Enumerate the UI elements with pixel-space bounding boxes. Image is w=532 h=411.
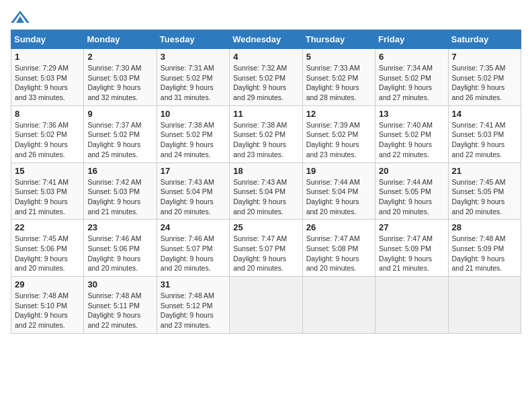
calendar-cell: 17Sunrise: 7:43 AM Sunset: 5:04 PM Dayli… (157, 163, 229, 220)
day-number: 25 (233, 222, 298, 232)
header-thursday: Thursday (302, 30, 375, 49)
day-info: Sunrise: 7:32 AM Sunset: 5:02 PM Dayligh… (233, 63, 298, 103)
calendar-cell: 30Sunrise: 7:48 AM Sunset: 5:11 PM Dayli… (84, 277, 157, 334)
header-sunday: Sunday (11, 30, 84, 49)
calendar-cell: 26Sunrise: 7:47 AM Sunset: 5:08 PM Dayli… (302, 220, 375, 277)
day-info: Sunrise: 7:47 AM Sunset: 5:07 PM Dayligh… (233, 234, 298, 273)
day-info: Sunrise: 7:36 AM Sunset: 5:02 PM Dayligh… (15, 120, 80, 160)
header-saturday: Saturday (448, 30, 521, 49)
day-number: 30 (87, 279, 152, 289)
day-info: Sunrise: 7:30 AM Sunset: 5:03 PM Dayligh… (87, 63, 152, 103)
day-number: 17 (161, 166, 226, 176)
calendar-cell: 5Sunrise: 7:33 AM Sunset: 5:02 PM Daylig… (302, 49, 375, 106)
calendar-cell: 13Sunrise: 7:40 AM Sunset: 5:02 PM Dayli… (375, 105, 448, 163)
header-wednesday: Wednesday (230, 30, 302, 49)
day-info: Sunrise: 7:43 AM Sunset: 5:04 PM Dayligh… (161, 177, 226, 217)
header-monday: Monday (84, 30, 157, 49)
day-info: Sunrise: 7:45 AM Sunset: 5:05 PM Dayligh… (452, 177, 517, 217)
day-info: Sunrise: 7:31 AM Sunset: 5:02 PM Dayligh… (161, 63, 226, 103)
day-info: Sunrise: 7:37 AM Sunset: 5:02 PM Dayligh… (87, 120, 152, 160)
day-info: Sunrise: 7:43 AM Sunset: 5:04 PM Dayligh… (233, 177, 298, 217)
day-info: Sunrise: 7:46 AM Sunset: 5:06 PM Dayligh… (87, 234, 152, 273)
day-info: Sunrise: 7:48 AM Sunset: 5:10 PM Dayligh… (15, 291, 80, 330)
day-info: Sunrise: 7:47 AM Sunset: 5:08 PM Dayligh… (306, 234, 371, 273)
day-number: 22 (15, 222, 80, 232)
header-friday: Friday (375, 30, 448, 49)
calendar-cell: 24Sunrise: 7:46 AM Sunset: 5:07 PM Dayli… (157, 220, 229, 277)
day-number: 21 (452, 166, 517, 176)
calendar-week-4: 22Sunrise: 7:45 AM Sunset: 5:06 PM Dayli… (11, 220, 521, 277)
page-header (11, 11, 521, 23)
calendar-cell: 23Sunrise: 7:46 AM Sunset: 5:06 PM Dayli… (84, 220, 157, 277)
calendar-cell: 20Sunrise: 7:44 AM Sunset: 5:05 PM Dayli… (375, 163, 448, 220)
day-number: 27 (379, 222, 444, 232)
day-info: Sunrise: 7:45 AM Sunset: 5:06 PM Dayligh… (15, 234, 80, 273)
day-number: 24 (161, 222, 226, 232)
calendar-cell: 22Sunrise: 7:45 AM Sunset: 5:06 PM Dayli… (11, 220, 84, 277)
day-number: 15 (15, 166, 80, 176)
day-number: 26 (306, 222, 371, 232)
day-number: 10 (161, 109, 226, 119)
calendar-cell: 7Sunrise: 7:35 AM Sunset: 5:02 PM Daylig… (448, 49, 521, 106)
logo (11, 11, 32, 23)
day-info: Sunrise: 7:46 AM Sunset: 5:07 PM Dayligh… (161, 234, 226, 273)
calendar-cell: 27Sunrise: 7:47 AM Sunset: 5:09 PM Dayli… (375, 220, 448, 277)
calendar-cell: 9Sunrise: 7:37 AM Sunset: 5:02 PM Daylig… (84, 105, 157, 163)
day-info: Sunrise: 7:48 AM Sunset: 5:11 PM Dayligh… (87, 291, 152, 330)
calendar-cell: 1Sunrise: 7:29 AM Sunset: 5:03 PM Daylig… (11, 49, 84, 106)
day-number: 19 (306, 166, 371, 176)
day-number: 28 (452, 222, 517, 232)
day-info: Sunrise: 7:34 AM Sunset: 5:02 PM Dayligh… (379, 63, 444, 103)
day-info: Sunrise: 7:44 AM Sunset: 5:04 PM Dayligh… (306, 177, 371, 217)
day-number: 20 (379, 166, 444, 176)
calendar-cell: 31Sunrise: 7:48 AM Sunset: 5:12 PM Dayli… (157, 277, 229, 334)
day-info: Sunrise: 7:29 AM Sunset: 5:03 PM Dayligh… (15, 63, 80, 103)
calendar-cell: 15Sunrise: 7:41 AM Sunset: 5:03 PM Dayli… (11, 163, 84, 220)
calendar-cell: 3Sunrise: 7:31 AM Sunset: 5:02 PM Daylig… (157, 49, 229, 106)
day-number: 3 (161, 52, 226, 62)
calendar-cell: 16Sunrise: 7:42 AM Sunset: 5:03 PM Dayli… (84, 163, 157, 220)
calendar-cell: 29Sunrise: 7:48 AM Sunset: 5:10 PM Dayli… (11, 277, 84, 334)
day-number: 13 (379, 109, 444, 119)
day-info: Sunrise: 7:48 AM Sunset: 5:09 PM Dayligh… (452, 234, 517, 273)
calendar-cell: 11Sunrise: 7:38 AM Sunset: 5:02 PM Dayli… (230, 105, 302, 163)
day-number: 1 (15, 52, 80, 62)
day-number: 4 (233, 52, 298, 62)
calendar-cell: 14Sunrise: 7:41 AM Sunset: 5:03 PM Dayli… (448, 105, 521, 163)
day-info: Sunrise: 7:40 AM Sunset: 5:02 PM Dayligh… (379, 120, 444, 160)
day-number: 11 (233, 109, 298, 119)
calendar-cell: 6Sunrise: 7:34 AM Sunset: 5:02 PM Daylig… (375, 49, 448, 106)
calendar-cell: 8Sunrise: 7:36 AM Sunset: 5:02 PM Daylig… (11, 105, 84, 163)
day-number: 5 (306, 52, 371, 62)
day-number: 31 (161, 279, 226, 289)
day-info: Sunrise: 7:38 AM Sunset: 5:02 PM Dayligh… (161, 120, 226, 160)
calendar-cell (230, 277, 302, 334)
calendar-cell (448, 277, 521, 334)
calendar-week-3: 15Sunrise: 7:41 AM Sunset: 5:03 PM Dayli… (11, 163, 521, 220)
calendar-cell: 19Sunrise: 7:44 AM Sunset: 5:04 PM Dayli… (302, 163, 375, 220)
day-info: Sunrise: 7:47 AM Sunset: 5:09 PM Dayligh… (379, 234, 444, 273)
day-info: Sunrise: 7:35 AM Sunset: 5:02 PM Dayligh… (452, 63, 517, 103)
calendar-cell (302, 277, 375, 334)
day-number: 18 (233, 166, 298, 176)
calendar-week-1: 1Sunrise: 7:29 AM Sunset: 5:03 PM Daylig… (11, 49, 521, 106)
day-info: Sunrise: 7:44 AM Sunset: 5:05 PM Dayligh… (379, 177, 444, 217)
header-tuesday: Tuesday (157, 30, 229, 49)
day-info: Sunrise: 7:33 AM Sunset: 5:02 PM Dayligh… (306, 63, 371, 103)
calendar-cell: 18Sunrise: 7:43 AM Sunset: 5:04 PM Dayli… (230, 163, 302, 220)
day-number: 9 (87, 109, 152, 119)
day-info: Sunrise: 7:41 AM Sunset: 5:03 PM Dayligh… (15, 177, 80, 217)
calendar-cell: 10Sunrise: 7:38 AM Sunset: 5:02 PM Dayli… (157, 105, 229, 163)
calendar-cell (375, 277, 448, 334)
day-number: 14 (452, 109, 517, 119)
calendar-week-2: 8Sunrise: 7:36 AM Sunset: 5:02 PM Daylig… (11, 105, 521, 163)
calendar-cell: 2Sunrise: 7:30 AM Sunset: 5:03 PM Daylig… (84, 49, 157, 106)
day-number: 7 (452, 52, 517, 62)
day-info: Sunrise: 7:41 AM Sunset: 5:03 PM Dayligh… (452, 120, 517, 160)
day-number: 16 (87, 166, 152, 176)
day-number: 12 (306, 109, 371, 119)
logo-icon (11, 11, 30, 23)
day-info: Sunrise: 7:48 AM Sunset: 5:12 PM Dayligh… (161, 291, 226, 330)
day-number: 6 (379, 52, 444, 62)
calendar-table: SundayMondayTuesdayWednesdayThursdayFrid… (11, 30, 521, 334)
